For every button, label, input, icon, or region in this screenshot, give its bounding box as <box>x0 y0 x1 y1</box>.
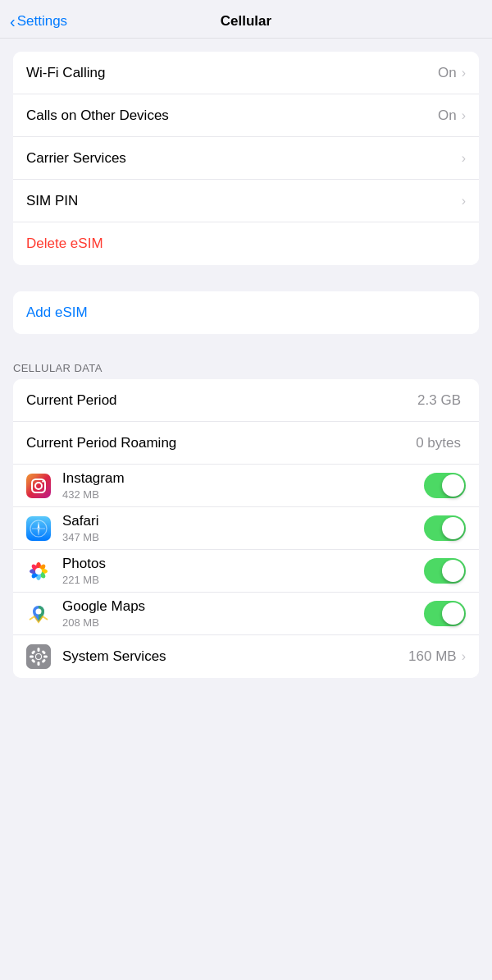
wifi-calling-chevron-icon: › <box>462 66 466 80</box>
system-services-text: System Services <box>62 648 408 665</box>
system-services-value: 160 MB <box>408 648 457 665</box>
add-esim-row[interactable]: Add eSIM <box>13 291 479 334</box>
instagram-toggle[interactable] <box>424 473 466 498</box>
carrier-services-label: Carrier Services <box>26 150 462 167</box>
current-period-roaming-value: 0 bytes <box>416 435 461 451</box>
svg-point-19 <box>35 568 42 575</box>
svg-point-21 <box>36 608 42 614</box>
current-period-value: 2.3 GB <box>417 392 461 409</box>
sim-pin-chevron-icon: › <box>462 194 466 208</box>
add-esim-section: Add eSIM <box>13 291 479 334</box>
svg-point-2 <box>35 483 42 489</box>
photos-size: 221 MB <box>62 574 424 586</box>
safari-name: Safari <box>62 513 424 529</box>
svg-rect-0 <box>26 474 51 498</box>
google-maps-row[interactable]: Google Maps 208 MB <box>13 593 479 635</box>
current-period-row: Current Period 2.3 GB <box>13 379 479 422</box>
safari-text: Safari 347 MB <box>62 513 424 543</box>
instagram-size: 432 MB <box>62 488 424 501</box>
svg-rect-25 <box>38 662 40 666</box>
photos-name: Photos <box>62 556 424 572</box>
back-chevron-icon: ‹ <box>10 12 16 31</box>
calls-other-devices-value: On <box>438 108 457 124</box>
page-header: ‹ Settings Cellular <box>0 0 492 39</box>
wifi-calling-row[interactable]: Wi-Fi Calling On › <box>13 52 479 94</box>
delete-esim-label: Delete eSIM <box>26 236 103 252</box>
instagram-text: Instagram 432 MB <box>62 470 424 500</box>
back-label: Settings <box>17 13 67 30</box>
carrier-services-row[interactable]: Carrier Services › <box>13 137 479 180</box>
delete-esim-row[interactable]: Delete eSIM <box>13 222 479 265</box>
system-services-row[interactable]: System Services 160 MB › <box>13 635 479 678</box>
google-maps-icon <box>26 602 51 626</box>
system-services-label: System Services <box>62 648 408 665</box>
calls-other-devices-row[interactable]: Calls on Other Devices On › <box>13 94 479 137</box>
safari-toggle[interactable] <box>424 515 466 541</box>
sim-pin-label: SIM PIN <box>26 193 462 209</box>
safari-icon <box>26 516 51 541</box>
current-period-roaming-label: Current Period Roaming <box>26 435 416 451</box>
current-period-label: Current Period <box>26 392 417 409</box>
wifi-calling-value: On <box>438 65 457 81</box>
svg-rect-27 <box>43 656 48 658</box>
wifi-calling-label: Wi-Fi Calling <box>26 65 438 81</box>
google-maps-size: 208 MB <box>62 616 424 629</box>
photos-text: Photos 221 MB <box>62 556 424 585</box>
cellular-data-section-label: CELLULAR DATA <box>0 347 492 379</box>
google-maps-text: Google Maps 208 MB <box>62 598 424 628</box>
cellular-data-group: Current Period 2.3 GB Current Period Roa… <box>13 379 479 678</box>
current-period-roaming-row: Current Period Roaming 0 bytes <box>13 422 479 465</box>
svg-point-32 <box>36 654 41 659</box>
back-button[interactable]: ‹ Settings <box>10 12 67 31</box>
google-maps-name: Google Maps <box>62 598 424 615</box>
add-esim-label: Add eSIM <box>26 305 88 321</box>
photos-toggle[interactable] <box>424 558 466 584</box>
system-services-icon <box>26 644 51 669</box>
svg-point-3 <box>42 480 43 482</box>
carrier-services-chevron-icon: › <box>462 151 466 166</box>
svg-rect-26 <box>30 656 34 658</box>
instagram-name: Instagram <box>62 470 424 487</box>
calls-other-devices-chevron-icon: › <box>462 108 466 123</box>
instagram-icon <box>26 474 51 498</box>
sim-pin-row[interactable]: SIM PIN › <box>13 180 479 222</box>
safari-row[interactable]: Safari 347 MB <box>13 507 479 550</box>
instagram-row[interactable]: Instagram 432 MB <box>13 465 479 507</box>
photos-icon <box>26 559 51 584</box>
esim-settings-section: Wi-Fi Calling On › Calls on Other Device… <box>13 52 479 265</box>
system-services-chevron-icon: › <box>462 649 466 664</box>
svg-rect-24 <box>38 648 40 652</box>
safari-size: 347 MB <box>62 531 424 543</box>
page-title: Cellular <box>221 13 271 30</box>
google-maps-toggle[interactable] <box>424 601 466 626</box>
calls-other-devices-label: Calls on Other Devices <box>26 108 438 124</box>
photos-row[interactable]: Photos 221 MB <box>13 550 479 593</box>
